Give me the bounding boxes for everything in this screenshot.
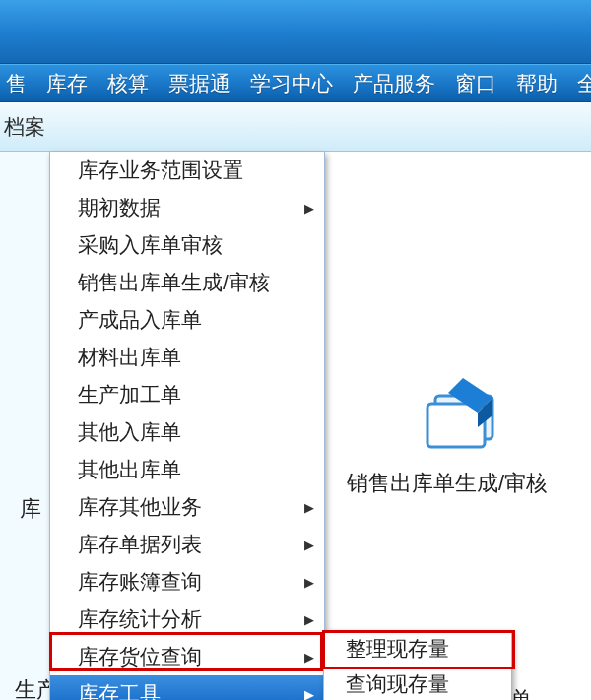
menu-window[interactable]: 窗口 [445,65,506,101]
content-area: 销售出库单生成/审核 库 生产 材料出库单 库存业务范围设置 期初数据 采购入库… [0,152,591,700]
sub-toolbar: 档案 [0,102,591,152]
menuitem-scope-setting[interactable]: 库存业务范围设置 [50,152,324,189]
menuitem-material-out[interactable]: 材料出库单 [50,339,324,376]
main-menubar: 售 库存 核算 票据通 学习中心 产品服务 窗口 帮助 全 [0,64,591,102]
document-stack-icon [414,368,512,457]
menu-piaojutong[interactable]: 票据通 [159,65,240,101]
menu-sale[interactable]: 售 [0,65,36,101]
menuitem-other-in[interactable]: 其他入库单 [50,414,324,451]
bg-label-left-short: 库 [20,494,41,524]
crumb-left: 档案 [0,113,49,141]
menuitem-other-out[interactable]: 其他出库单 [50,451,324,488]
menuitem-finished-goods-in[interactable]: 产成品入库单 [50,301,324,339]
window-titlebar [0,0,591,64]
menuitem-location-query[interactable]: 库存货位查询 [50,638,324,675]
menuitem-ledger-query[interactable]: 库存账簿查询 [50,563,324,601]
menu-inventory[interactable]: 库存 [36,65,98,101]
submenu-organize-stock[interactable]: 整理现存量 [324,631,511,667]
inventory-dropdown: 库存业务范围设置 期初数据 采购入库单审核 销售出库单生成/审核 产成品入库单 … [49,152,325,700]
menuitem-initial-data[interactable]: 期初数据 [50,189,324,226]
menuitem-production-order[interactable]: 生产加工单 [50,376,324,414]
inventory-tools-submenu: 整理现存量 查询现存量 批量打印单据 [323,630,512,700]
menu-help[interactable]: 帮助 [506,65,567,101]
menuitem-stat-analysis[interactable]: 库存统计分析 [50,601,324,638]
menu-more[interactable]: 全 [567,65,591,101]
menu-product-service[interactable]: 产品服务 [343,65,445,101]
menuitem-inventory-tools[interactable]: 库存工具 [50,675,324,700]
menu-accounting[interactable]: 核算 [98,65,159,101]
menuitem-purchase-in-audit[interactable]: 采购入库单审核 [50,226,324,264]
menuitem-other-business[interactable]: 库存其他业务 [50,488,324,526]
menu-learning[interactable]: 学习中心 [240,65,343,101]
left-panel-strip [0,152,49,700]
bg-label-sales-out: 销售出库单生成/审核 [347,469,548,498]
submenu-query-stock[interactable]: 查询现存量 [324,667,511,700]
menuitem-doc-list[interactable]: 库存单据列表 [50,526,324,563]
menuitem-sales-out-audit[interactable]: 销售出库单生成/审核 [50,264,324,301]
